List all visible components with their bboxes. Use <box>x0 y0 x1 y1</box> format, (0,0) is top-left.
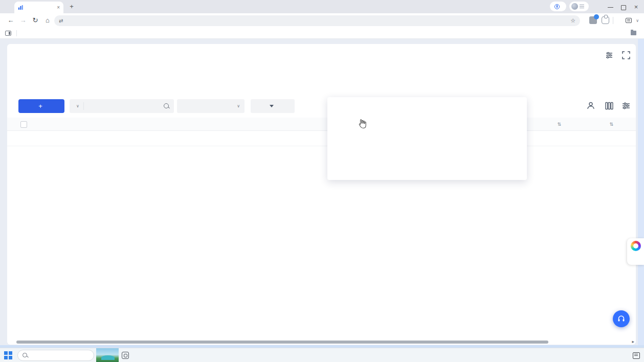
bookmark-star-icon[interactable] <box>570 17 575 24</box>
new-tab-button[interactable] <box>68 3 76 11</box>
start-button[interactable] <box>4 351 12 359</box>
extension-badge <box>594 14 599 19</box>
scrollbar-thumb[interactable] <box>16 341 548 344</box>
site-info-icon[interactable] <box>59 18 63 24</box>
window-close-button[interactable] <box>633 4 639 10</box>
roi-trend-popup <box>327 97 527 180</box>
extension-icon[interactable] <box>589 16 597 24</box>
browser-tab-strip <box>0 0 644 13</box>
notification-center-icon[interactable] <box>633 352 640 359</box>
back-button[interactable] <box>6 16 15 25</box>
profile-menu-icon <box>580 5 584 8</box>
window-controls <box>608 0 642 13</box>
taskbar <box>0 348 644 362</box>
main-card <box>7 44 636 345</box>
table-header <box>7 118 636 131</box>
task-view-icon[interactable] <box>122 352 129 359</box>
screen <box>0 0 644 362</box>
reload-button[interactable] <box>31 16 40 25</box>
search-input[interactable] <box>84 103 163 109</box>
chevron-down-icon <box>636 18 639 23</box>
system-tray <box>624 348 644 362</box>
bookmarks-bar <box>0 28 644 39</box>
other-bookmarks[interactable] <box>631 31 639 35</box>
assistant-icon <box>631 241 641 251</box>
side-panel-icon[interactable] <box>5 31 11 36</box>
avatar <box>571 3 578 10</box>
extensions-puzzle-icon[interactable] <box>602 16 609 24</box>
roi-trend-chart <box>327 97 527 179</box>
divider <box>16 30 17 36</box>
taskbar-search[interactable] <box>17 350 94 361</box>
chevron-down-icon <box>237 104 240 108</box>
forward-button[interactable] <box>18 16 28 25</box>
custom-columns-icon[interactable] <box>604 101 614 111</box>
fullscreen-icon[interactable] <box>621 51 631 60</box>
plan-search-group <box>70 99 174 113</box>
page <box>0 39 644 348</box>
horizontal-scrollbar[interactable] <box>7 340 636 344</box>
search-icon <box>23 353 28 358</box>
folder-icon <box>631 31 636 35</box>
taskbar-search-input[interactable] <box>31 352 82 358</box>
audience-person-icon[interactable] <box>586 101 596 111</box>
search-icon[interactable] <box>163 103 170 109</box>
chevron-down-icon <box>76 104 79 108</box>
window-minimize-button[interactable] <box>608 4 613 10</box>
sort-icon[interactable] <box>608 121 613 127</box>
profile-pill[interactable] <box>569 2 589 11</box>
plan-type-select[interactable] <box>70 102 84 110</box>
divider <box>613 17 613 24</box>
assistant-widget[interactable] <box>627 238 644 265</box>
promote-product-button[interactable] <box>18 99 64 113</box>
window-maximize-button[interactable] <box>620 4 626 10</box>
help-fab[interactable] <box>613 310 630 327</box>
scroll-right-arrow-icon[interactable] <box>632 339 634 344</box>
plus-icon <box>38 102 42 110</box>
table-settings-icon[interactable] <box>621 101 631 111</box>
more-filter-button[interactable] <box>251 99 295 113</box>
tab-favicon-chart-icon <box>18 5 24 10</box>
home-button[interactable] <box>43 16 52 25</box>
new-version-pill[interactable] <box>550 2 566 11</box>
ai-summary-button[interactable] <box>624 15 641 26</box>
plan-status-select[interactable] <box>177 99 245 113</box>
page-scrollbar[interactable] <box>638 39 644 345</box>
select-all-checkbox[interactable] <box>20 121 27 128</box>
url-bar[interactable] <box>54 15 580 26</box>
headset-icon <box>617 314 626 323</box>
header-user-pay[interactable] <box>537 121 613 127</box>
tab-close-icon[interactable] <box>57 5 60 10</box>
browser-tab-active[interactable] <box>14 2 63 13</box>
settings-sliders-icon[interactable] <box>605 51 614 60</box>
weather-widget[interactable] <box>96 348 119 362</box>
version-icon <box>554 4 560 9</box>
mouse-cursor-hand <box>358 119 367 129</box>
summary-row <box>7 131 636 146</box>
ai-summary-icon <box>626 18 632 23</box>
browser-navbar <box>0 13 644 28</box>
filter-funnel-icon <box>270 105 274 107</box>
